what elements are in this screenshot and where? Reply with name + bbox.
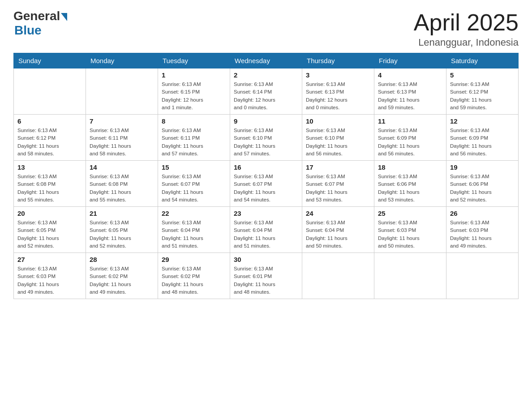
calendar-cell — [302, 253, 374, 299]
calendar-cell: 21Sunrise: 6:13 AM Sunset: 6:05 PM Dayli… — [86, 207, 158, 253]
day-number: 20 — [17, 210, 82, 217]
calendar-header-saturday: Saturday — [446, 53, 519, 68]
calendar-cell: 5Sunrise: 6:13 AM Sunset: 6:12 PM Daylig… — [446, 68, 519, 115]
calendar-week-row: 27Sunrise: 6:13 AM Sunset: 6:03 PM Dayli… — [14, 253, 519, 299]
calendar-header-thursday: Thursday — [302, 53, 374, 68]
day-number: 29 — [162, 256, 226, 263]
calendar-cell: 19Sunrise: 6:13 AM Sunset: 6:06 PM Dayli… — [446, 161, 519, 207]
calendar-cell: 12Sunrise: 6:13 AM Sunset: 6:09 PM Dayli… — [446, 115, 519, 161]
day-info: Sunrise: 6:13 AM Sunset: 6:08 PM Dayligh… — [90, 173, 154, 204]
day-info: Sunrise: 6:13 AM Sunset: 6:06 PM Dayligh… — [378, 173, 442, 204]
calendar-week-row: 1Sunrise: 6:13 AM Sunset: 6:15 PM Daylig… — [14, 68, 519, 115]
day-info: Sunrise: 6:13 AM Sunset: 6:10 PM Dayligh… — [234, 127, 298, 158]
day-number: 17 — [306, 163, 370, 171]
day-info: Sunrise: 6:13 AM Sunset: 6:11 PM Dayligh… — [90, 127, 154, 158]
day-info: Sunrise: 6:13 AM Sunset: 6:04 PM Dayligh… — [234, 219, 298, 250]
day-info: Sunrise: 6:13 AM Sunset: 6:02 PM Dayligh… — [90, 265, 154, 296]
calendar-header-monday: Monday — [86, 53, 158, 68]
day-number: 11 — [378, 117, 442, 125]
calendar-cell: 30Sunrise: 6:13 AM Sunset: 6:01 PM Dayli… — [230, 253, 302, 299]
calendar-cell: 15Sunrise: 6:13 AM Sunset: 6:07 PM Dayli… — [158, 161, 230, 207]
page-header: General Blue April 2025 Lenangguar, Indo… — [13, 9, 519, 48]
day-number: 26 — [450, 210, 515, 217]
calendar-cell: 13Sunrise: 6:13 AM Sunset: 6:08 PM Dayli… — [14, 161, 86, 207]
calendar-cell: 9Sunrise: 6:13 AM Sunset: 6:10 PM Daylig… — [230, 115, 302, 161]
calendar-cell: 7Sunrise: 6:13 AM Sunset: 6:11 PM Daylig… — [86, 115, 158, 161]
day-info: Sunrise: 6:13 AM Sunset: 6:06 PM Dayligh… — [450, 173, 515, 204]
day-info: Sunrise: 6:13 AM Sunset: 6:03 PM Dayligh… — [17, 265, 82, 296]
day-number: 2 — [234, 71, 298, 79]
day-info: Sunrise: 6:13 AM Sunset: 6:10 PM Dayligh… — [306, 127, 370, 158]
calendar-cell: 28Sunrise: 6:13 AM Sunset: 6:02 PM Dayli… — [86, 253, 158, 299]
calendar-cell: 26Sunrise: 6:13 AM Sunset: 6:03 PM Dayli… — [446, 207, 519, 253]
calendar-cell: 14Sunrise: 6:13 AM Sunset: 6:08 PM Dayli… — [86, 161, 158, 207]
day-number: 3 — [306, 71, 370, 79]
day-info: Sunrise: 6:13 AM Sunset: 6:12 PM Dayligh… — [17, 127, 82, 158]
calendar-header-friday: Friday — [374, 53, 446, 68]
calendar-cell — [14, 68, 86, 115]
calendar-cell: 22Sunrise: 6:13 AM Sunset: 6:04 PM Dayli… — [158, 207, 230, 253]
calendar-cell — [446, 253, 519, 299]
day-info: Sunrise: 6:13 AM Sunset: 6:14 PM Dayligh… — [234, 81, 298, 111]
day-number: 30 — [234, 256, 298, 263]
calendar-cell: 1Sunrise: 6:13 AM Sunset: 6:15 PM Daylig… — [158, 68, 230, 115]
calendar-cell: 11Sunrise: 6:13 AM Sunset: 6:09 PM Dayli… — [374, 115, 446, 161]
day-info: Sunrise: 6:13 AM Sunset: 6:02 PM Dayligh… — [162, 265, 226, 296]
calendar-week-row: 20Sunrise: 6:13 AM Sunset: 6:05 PM Dayli… — [14, 207, 519, 253]
logo-arrow-icon — [61, 13, 67, 21]
calendar-table: SundayMondayTuesdayWednesdayThursdayFrid… — [13, 53, 519, 299]
title-block: April 2025 Lenangguar, Indonesia — [414, 9, 519, 48]
calendar-cell: 2Sunrise: 6:13 AM Sunset: 6:14 PM Daylig… — [230, 68, 302, 115]
day-info: Sunrise: 6:13 AM Sunset: 6:09 PM Dayligh… — [450, 127, 515, 158]
day-number: 15 — [162, 163, 226, 171]
day-info: Sunrise: 6:13 AM Sunset: 6:07 PM Dayligh… — [306, 173, 370, 204]
day-info: Sunrise: 6:13 AM Sunset: 6:09 PM Dayligh… — [378, 127, 442, 158]
calendar-cell: 20Sunrise: 6:13 AM Sunset: 6:05 PM Dayli… — [14, 207, 86, 253]
day-info: Sunrise: 6:13 AM Sunset: 6:13 PM Dayligh… — [306, 81, 370, 111]
day-info: Sunrise: 6:13 AM Sunset: 6:01 PM Dayligh… — [234, 265, 298, 296]
calendar-cell: 4Sunrise: 6:13 AM Sunset: 6:13 PM Daylig… — [374, 68, 446, 115]
day-number: 19 — [450, 163, 515, 171]
calendar-week-row: 6Sunrise: 6:13 AM Sunset: 6:12 PM Daylig… — [14, 115, 519, 161]
day-number: 23 — [234, 210, 298, 217]
calendar-cell: 18Sunrise: 6:13 AM Sunset: 6:06 PM Dayli… — [374, 161, 446, 207]
day-number: 27 — [17, 256, 82, 263]
day-number: 1 — [162, 71, 226, 79]
calendar-cell: 23Sunrise: 6:13 AM Sunset: 6:04 PM Dayli… — [230, 207, 302, 253]
day-number: 6 — [17, 117, 82, 125]
day-info: Sunrise: 6:13 AM Sunset: 6:05 PM Dayligh… — [90, 219, 154, 250]
calendar-week-row: 13Sunrise: 6:13 AM Sunset: 6:08 PM Dayli… — [14, 161, 519, 207]
calendar-cell: 10Sunrise: 6:13 AM Sunset: 6:10 PM Dayli… — [302, 115, 374, 161]
day-info: Sunrise: 6:13 AM Sunset: 6:08 PM Dayligh… — [17, 173, 82, 204]
calendar-cell: 17Sunrise: 6:13 AM Sunset: 6:07 PM Dayli… — [302, 161, 374, 207]
calendar-cell: 27Sunrise: 6:13 AM Sunset: 6:03 PM Dayli… — [14, 253, 86, 299]
logo-blue-text: Blue — [14, 23, 42, 38]
location-subtitle: Lenangguar, Indonesia — [414, 37, 519, 48]
day-info: Sunrise: 6:13 AM Sunset: 6:13 PM Dayligh… — [378, 81, 442, 111]
logo-general-text: General — [13, 9, 60, 23]
day-number: 13 — [17, 163, 82, 171]
day-info: Sunrise: 6:13 AM Sunset: 6:04 PM Dayligh… — [306, 219, 370, 250]
calendar-cell — [86, 68, 158, 115]
day-info: Sunrise: 6:13 AM Sunset: 6:15 PM Dayligh… — [162, 81, 226, 111]
day-number: 5 — [450, 71, 515, 79]
day-number: 7 — [90, 117, 154, 125]
day-number: 28 — [90, 256, 154, 263]
day-info: Sunrise: 6:13 AM Sunset: 6:05 PM Dayligh… — [17, 219, 82, 250]
day-number: 21 — [90, 210, 154, 217]
calendar-cell: 24Sunrise: 6:13 AM Sunset: 6:04 PM Dayli… — [302, 207, 374, 253]
day-number: 22 — [162, 210, 226, 217]
day-info: Sunrise: 6:13 AM Sunset: 6:07 PM Dayligh… — [234, 173, 298, 204]
calendar-cell: 3Sunrise: 6:13 AM Sunset: 6:13 PM Daylig… — [302, 68, 374, 115]
day-number: 9 — [234, 117, 298, 125]
day-number: 16 — [234, 163, 298, 171]
day-number: 10 — [306, 117, 370, 125]
calendar-header-tuesday: Tuesday — [158, 53, 230, 68]
calendar-header-row: SundayMondayTuesdayWednesdayThursdayFrid… — [14, 53, 519, 68]
day-info: Sunrise: 6:13 AM Sunset: 6:03 PM Dayligh… — [378, 219, 442, 250]
calendar-cell: 6Sunrise: 6:13 AM Sunset: 6:12 PM Daylig… — [14, 115, 86, 161]
calendar-header-sunday: Sunday — [14, 53, 86, 68]
logo: General Blue — [13, 9, 67, 38]
calendar-cell: 16Sunrise: 6:13 AM Sunset: 6:07 PM Dayli… — [230, 161, 302, 207]
calendar-cell — [374, 253, 446, 299]
